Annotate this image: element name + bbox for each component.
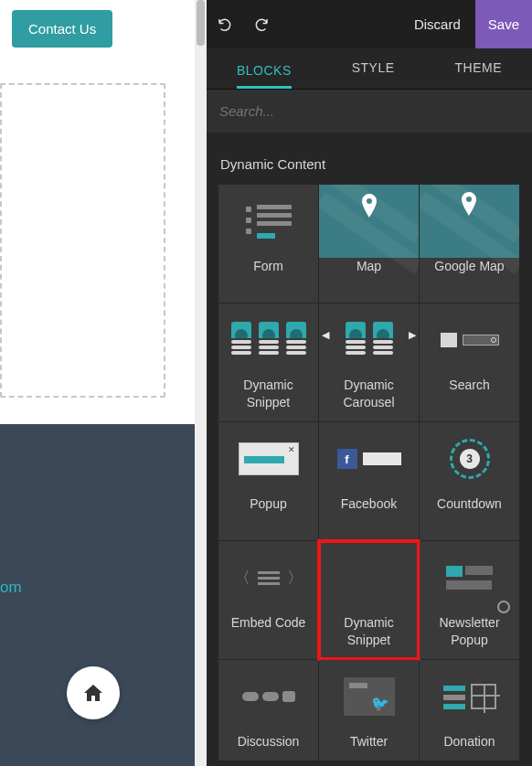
contact-us-button[interactable]: Contact Us: [12, 10, 112, 48]
block-label: Embed Code: [228, 614, 310, 632]
popup-icon: ✕: [218, 422, 318, 495]
undo-icon: [217, 16, 233, 33]
block-form[interactable]: Form: [218, 185, 318, 303]
redo-icon: [253, 16, 270, 33]
block-label: Popup: [246, 495, 290, 513]
form-icon: [218, 185, 318, 258]
block-grid-row5: Discussion 🐦 Twitter Donation: [218, 660, 520, 761]
block-label: Dynamic Snippet: [218, 377, 318, 411]
block-donation[interactable]: Donation: [420, 660, 519, 761]
block-map[interactable]: Map: [319, 185, 419, 303]
pin-icon: [460, 192, 478, 216]
facebook-icon: f: [319, 422, 419, 495]
discard-button[interactable]: Discard: [399, 0, 475, 48]
undo-button[interactable]: [207, 0, 243, 48]
block-embed-code[interactable]: 〈〉 Embed Code: [218, 541, 318, 659]
block-label: Search: [445, 377, 493, 394]
pin-icon: [360, 194, 378, 218]
block-dynamic-snippet-2[interactable]: Dynamic Snippet: [319, 541, 419, 659]
map-icon: [420, 185, 519, 258]
editor-panel: Discard Save BLOCKS STYLE THEME Dynamic …: [207, 0, 532, 766]
block-discussion[interactable]: Discussion: [218, 660, 318, 761]
block-facebook[interactable]: f Facebook: [319, 422, 419, 540]
save-button[interactable]: Save: [475, 0, 532, 48]
block-label: Twitter: [346, 733, 391, 750]
tab-style[interactable]: STYLE: [352, 60, 395, 77]
countdown-icon: 3: [420, 422, 519, 495]
footer-link-fragment[interactable]: om: [0, 579, 22, 597]
block-grid: Form Map Google Map: [218, 185, 520, 659]
donation-icon: [420, 660, 519, 733]
block-label: Facebook: [337, 495, 400, 513]
block-popup[interactable]: ✕ Popup: [218, 422, 318, 540]
editor-topbar: Discard Save: [207, 0, 532, 48]
redo-button[interactable]: [243, 0, 280, 48]
newsletter-popup-icon: [420, 541, 519, 614]
block-dynamic-snippet[interactable]: Dynamic Snippet: [218, 303, 318, 421]
editor-tabs: BLOCKS STYLE THEME: [207, 48, 532, 90]
dynamic-snippet-icon: [218, 303, 318, 377]
block-countdown[interactable]: 3 Countdown: [420, 422, 519, 540]
block-dynamic-carousel[interactable]: ◀▶ Dynamic Carousel: [319, 303, 419, 421]
dynamic-carousel-icon: [319, 303, 419, 377]
discussion-icon: [218, 660, 318, 733]
blocks-panel-body: Dynamic Content Form Map: [207, 133, 532, 766]
block-label: Dynamic Carousel: [319, 377, 419, 411]
section-title: Dynamic Content: [220, 156, 520, 172]
preview-scrollbar-thumb[interactable]: [197, 0, 205, 46]
block-label: Form: [250, 258, 287, 275]
snippet-dropzone[interactable]: [0, 83, 165, 398]
block-search: [207, 90, 532, 133]
block-newsletter-popup[interactable]: Newsletter Popup: [420, 541, 519, 659]
embed-code-icon: 〈〉: [218, 541, 318, 614]
search-input[interactable]: [219, 103, 519, 119]
preview-scrollbar[interactable]: [195, 0, 207, 766]
block-label: Dynamic Snippet: [319, 614, 419, 649]
dynamic-snippet-icon: [319, 541, 419, 614]
block-google-map[interactable]: Google Map: [420, 185, 519, 303]
search-block-icon: [420, 303, 519, 377]
block-label: Donation: [440, 733, 498, 750]
twitter-icon: 🐦: [319, 660, 419, 733]
home-fab[interactable]: [67, 666, 120, 719]
block-label: Newsletter Popup: [420, 614, 519, 649]
home-icon: [84, 685, 102, 701]
tab-theme[interactable]: THEME: [455, 60, 503, 77]
tab-blocks[interactable]: BLOCKS: [237, 60, 292, 89]
block-search[interactable]: Search: [420, 303, 519, 421]
page-footer: om: [0, 424, 195, 766]
block-label: Map: [353, 258, 385, 275]
map-icon: [319, 185, 419, 258]
block-label: Discussion: [234, 733, 303, 750]
block-label: Countdown: [433, 495, 505, 513]
block-twitter[interactable]: 🐦 Twitter: [319, 660, 419, 761]
page-preview: Contact Us om: [0, 0, 207, 766]
